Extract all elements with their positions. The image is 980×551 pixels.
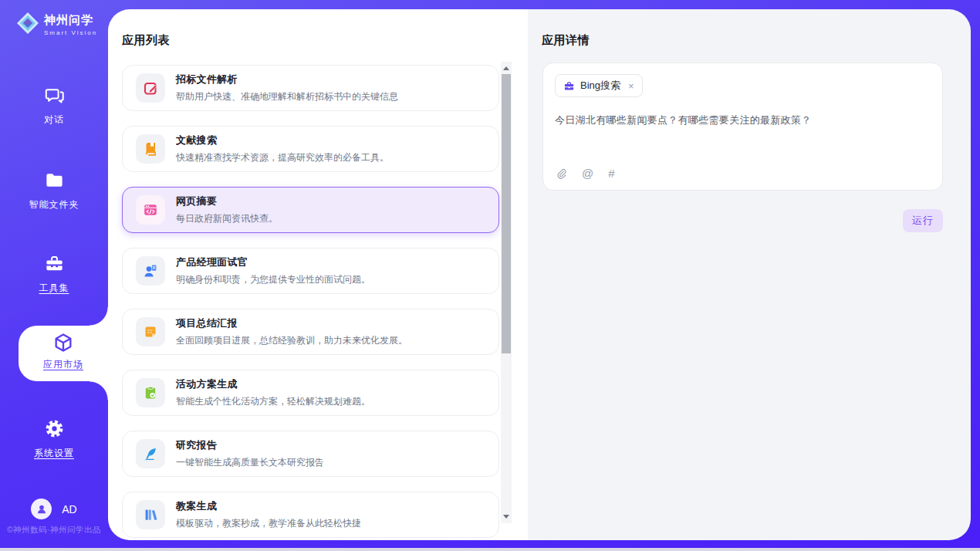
- briefcase-icon: [563, 80, 575, 92]
- brand-name: 神州问学: [44, 13, 93, 26]
- cube-icon: [52, 332, 74, 353]
- interviewer-icon: [136, 256, 165, 286]
- app-list-title: 应用列表: [122, 33, 170, 48]
- app-card-activity-plan[interactable]: 活动方案生成 智能生成个性化活动方案，轻松解决规划难题。: [122, 370, 499, 416]
- app-card-desc: 帮助用户快速、准确地理解和解析招标书中的关键信息: [176, 90, 398, 103]
- paperclip-icon[interactable]: [556, 167, 567, 180]
- scroll-up-arrow-icon[interactable]: [503, 66, 509, 70]
- app-card-texts: 活动方案生成 智能生成个性化活动方案，轻松解决规划难题。: [176, 377, 370, 408]
- app-card-title: 研究报告: [176, 438, 324, 452]
- bubble-curve-bottom: [90, 381, 108, 400]
- sidebar-item-toolset[interactable]: 工具集: [0, 253, 108, 295]
- app-card-desc: 每日政府新闻资讯快查。: [176, 212, 278, 225]
- mention-icon[interactable]: @: [582, 167, 593, 180]
- toolbox-icon: [44, 253, 65, 274]
- run-button[interactable]: 运行: [903, 209, 943, 232]
- brand-tagline: Smart Vision: [44, 29, 97, 36]
- sidebar: 神州问学 Smart Vision 对话 智能文件夹 工具集: [0, 0, 108, 551]
- app-card-title: 网页摘要: [176, 194, 278, 208]
- sidebar-item-chat[interactable]: 对话: [0, 85, 108, 127]
- hash-icon[interactable]: #: [608, 167, 614, 180]
- app-list-panel: 应用列表 招标文件解析 帮助用户快速、准确地理解和解析招标书中的关键信息: [108, 9, 528, 540]
- chat-icon: [44, 85, 65, 106]
- sidebar-item-label: 对话: [0, 113, 108, 127]
- user-account[interactable]: AD: [0, 499, 108, 519]
- book-icon: [136, 134, 165, 164]
- app-card-web-summary[interactable]: 网页摘要 每日政府新闻资讯快查。: [122, 187, 499, 233]
- sidebar-item-smart-folder[interactable]: 智能文件夹: [0, 170, 108, 211]
- attachment-toolbar: @ #: [556, 167, 615, 180]
- sidebar-item-label: 系统设置: [0, 447, 108, 460]
- app-card-title: 文献搜索: [176, 134, 389, 147]
- app-list-scrollbar[interactable]: [501, 62, 512, 523]
- quill-icon: [136, 439, 165, 468]
- tool-tag-bing-search[interactable]: Bing搜索 ×: [555, 74, 643, 97]
- bottom-edge-strip: [0, 548, 980, 551]
- app-card-texts: 招标文件解析 帮助用户快速、准确地理解和解析招标书中的关键信息: [176, 73, 398, 103]
- pen-square-icon: [136, 73, 165, 103]
- app-card-literature-search[interactable]: 文献搜索 快速精准查找学术资源，提高研究效率的必备工具。: [122, 126, 499, 172]
- app-card-desc: 智能生成个性化活动方案，轻松解决规划难题。: [176, 395, 370, 408]
- app-card-bid-analysis[interactable]: 招标文件解析 帮助用户快速、准确地理解和解析招标书中的关键信息: [122, 65, 499, 111]
- app-card-desc: 快速精准查找学术资源，提高研究效率的必备工具。: [176, 151, 389, 164]
- app-detail-panel: 应用详情 Bing搜索 × 今日湖北有哪些新闻要点？有哪些需要关注的最新政策？: [528, 9, 971, 540]
- app-card-research-report[interactable]: 研究报告 一键智能生成高质量长文本研究报告: [122, 431, 499, 477]
- books-icon: [136, 500, 165, 529]
- app-card-lesson-plan[interactable]: 教案生成 模板驱动，教案秒成，教学准备从此轻松快捷: [122, 492, 499, 538]
- browser-code-icon: [136, 195, 165, 225]
- copyright-text: ©神州数码·神州问学出品: [0, 525, 108, 536]
- scrollbar-thumb[interactable]: [502, 74, 511, 353]
- sidebar-item-label: 应用市场: [19, 358, 108, 371]
- app-card-texts: 产品经理面试官 明确身份和职责，为您提供专业性的面试问题。: [176, 255, 370, 286]
- app-card-texts: 网页摘要 每日政府新闻资讯快查。: [176, 194, 278, 225]
- app-card-title: 产品经理面试官: [176, 255, 370, 269]
- app-card-texts: 项目总结汇报 全面回顾项目进展，总结经验教训，助力未来优化发展。: [176, 316, 407, 347]
- content-area: 应用列表 招标文件解析 帮助用户快速、准确地理解和解析招标书中的关键信息: [108, 9, 971, 540]
- folder-icon: [44, 170, 65, 191]
- app-card-title: 教案生成: [176, 499, 361, 513]
- app-card-project-summary[interactable]: 项目总结汇报 全面回顾项目进展，总结经验教训，助力未来优化发展。: [122, 309, 499, 355]
- sidebar-item-app-market[interactable]: 应用市场: [19, 326, 108, 381]
- app-card-desc: 一键智能生成高质量长文本研究报告: [176, 456, 324, 469]
- sidebar-item-label: 智能文件夹: [0, 198, 108, 211]
- app-card-texts: 教案生成 模板驱动，教案秒成，教学准备从此轻松快捷: [176, 499, 361, 530]
- app-card-title: 项目总结汇报: [176, 316, 407, 330]
- question-text[interactable]: 今日湖北有哪些新闻要点？有哪些需要关注的最新政策？: [555, 113, 931, 127]
- close-icon[interactable]: ×: [628, 80, 634, 92]
- app-detail-title: 应用详情: [542, 33, 590, 48]
- brand-logo: 神州问学 Smart Vision: [16, 12, 97, 38]
- clipboard-check-icon: [136, 378, 165, 407]
- sidebar-item-label: 工具集: [0, 282, 108, 295]
- bubble-curve-top: [90, 307, 108, 326]
- app-card-desc: 全面回顾项目进展，总结经验教训，助力未来优化发展。: [176, 334, 407, 347]
- app-card-pm-interviewer[interactable]: 产品经理面试官 明确身份和职责，为您提供专业性的面试问题。: [122, 248, 499, 294]
- app-card-list: 招标文件解析 帮助用户快速、准确地理解和解析招标书中的关键信息 文献搜索 快速精…: [122, 65, 499, 540]
- app-card-title: 活动方案生成: [176, 377, 370, 391]
- app-card-desc: 模板驱动，教案秒成，教学准备从此轻松快捷: [176, 517, 361, 530]
- app-card-texts: 文献搜索 快速精准查找学术资源，提高研究效率的必备工具。: [176, 134, 389, 164]
- diamond-logo-icon: [16, 12, 39, 38]
- prompt-card: Bing搜索 × 今日湖北有哪些新闻要点？有哪些需要关注的最新政策？ @ #: [542, 63, 943, 191]
- app-card-desc: 明确身份和职责，为您提供专业性的面试问题。: [176, 273, 370, 286]
- user-initials: AD: [62, 503, 76, 516]
- sidebar-item-settings[interactable]: 系统设置: [0, 418, 108, 460]
- brand-text: 神州问学 Smart Vision: [44, 13, 97, 36]
- app-card-texts: 研究报告 一键智能生成高质量长文本研究报告: [176, 438, 324, 469]
- gear-icon: [44, 418, 65, 439]
- app-card-title: 招标文件解析: [176, 73, 398, 86]
- tool-tag-label: Bing搜索: [580, 79, 620, 93]
- avatar: [31, 499, 52, 519]
- memo-icon: [136, 317, 165, 346]
- scroll-down-arrow-icon[interactable]: [503, 515, 509, 519]
